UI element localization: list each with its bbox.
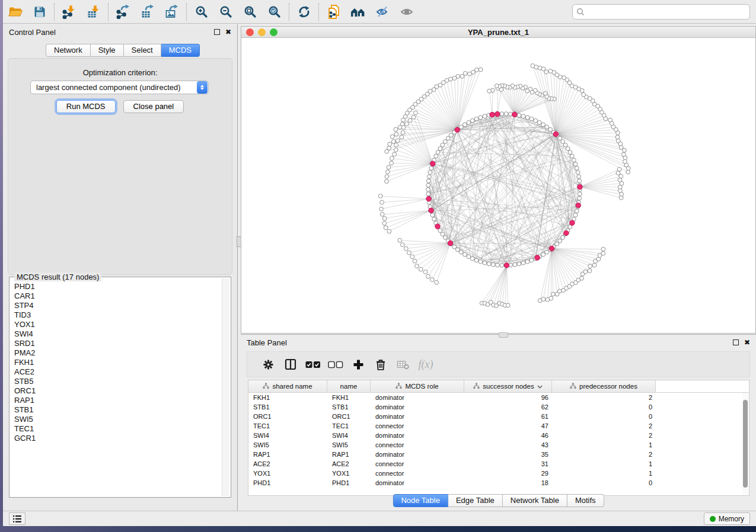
columns-icon[interactable]: [279, 354, 302, 375]
graph-node[interactable]: [545, 125, 549, 129]
mcds-node[interactable]: [430, 161, 435, 166]
graph-node[interactable]: [500, 264, 504, 268]
mcds-node[interactable]: [570, 220, 575, 225]
add-column-icon[interactable]: [347, 354, 369, 375]
table-cell[interactable]: 0: [552, 479, 656, 486]
tab-network[interactable]: Network: [46, 44, 91, 57]
table-cell[interactable]: connector: [371, 470, 464, 477]
zoom-selected-icon[interactable]: [262, 2, 286, 22]
graph-node[interactable]: [428, 175, 432, 179]
mcds-result-item[interactable]: TEC1: [14, 424, 218, 434]
mcds-result-item[interactable]: FKH1: [14, 358, 218, 367]
table-scrollbar[interactable]: [742, 393, 748, 495]
horizontal-splitter-handle[interactable]: [499, 332, 508, 338]
tab-style[interactable]: Style: [91, 44, 124, 57]
mcds-node[interactable]: [553, 132, 558, 136]
graph-leaf-node[interactable]: [407, 251, 411, 255]
graph-leaf-node[interactable]: [413, 259, 417, 263]
graph-leaf-node[interactable]: [452, 76, 457, 81]
graph-node[interactable]: [483, 114, 487, 118]
zoom-out-icon[interactable]: [213, 2, 238, 22]
float-table-panel-icon[interactable]: [733, 339, 739, 345]
graph-node[interactable]: [467, 120, 471, 124]
graph-node[interactable]: [541, 252, 546, 257]
table-row[interactable]: ORC1ORC1dominator610: [248, 412, 749, 421]
table-cell[interactable]: YOX1: [248, 470, 327, 477]
table-cell[interactable]: SWI4: [248, 432, 327, 439]
graph-leaf-node[interactable]: [401, 126, 406, 130]
zoom-fit-icon[interactable]: [238, 2, 262, 22]
graph-leaf-node[interactable]: [506, 303, 510, 307]
table-cell[interactable]: 2: [552, 451, 656, 458]
table-cell[interactable]: 1: [552, 470, 656, 477]
graph-leaf-node[interactable]: [378, 194, 382, 198]
graph-node[interactable]: [491, 262, 495, 267]
graph-node[interactable]: [452, 245, 457, 249]
graph-leaf-node[interactable]: [391, 139, 395, 143]
table-cell[interactable]: RAP1: [248, 451, 327, 458]
graph-leaf-node[interactable]: [495, 84, 499, 88]
graph-leaf-node[interactable]: [390, 156, 394, 161]
table-cell[interactable]: 1: [552, 441, 656, 448]
table-cell[interactable]: connector: [371, 441, 464, 448]
gear-icon[interactable]: [257, 354, 279, 375]
close-table-panel-icon[interactable]: ✖: [744, 339, 750, 345]
tab-edge-table[interactable]: Edge Table: [448, 494, 503, 507]
graph-leaf-node[interactable]: [385, 180, 389, 184]
graph-node[interactable]: [561, 236, 565, 240]
graph-node[interactable]: [441, 232, 445, 236]
graph-leaf-node[interactable]: [619, 174, 623, 178]
graph-node[interactable]: [572, 158, 576, 162]
graph-node[interactable]: [441, 143, 445, 147]
graph-leaf-node[interactable]: [487, 89, 492, 93]
table-cell[interactable]: dominator: [371, 451, 464, 458]
mcds-result-scrollbar[interactable]: [222, 278, 229, 496]
graph-node[interactable]: [568, 150, 572, 155]
mcds-result-item[interactable]: ORC1: [14, 386, 218, 396]
table-cell[interactable]: dominator: [371, 479, 464, 486]
table-cell[interactable]: SWI5: [327, 441, 371, 448]
graph-node[interactable]: [459, 250, 463, 254]
mcds-node[interactable]: [495, 111, 500, 116]
table-cell[interactable]: 35: [464, 451, 552, 458]
graph-node[interactable]: [517, 262, 521, 266]
graph-leaf-node[interactable]: [394, 143, 398, 147]
mcds-result-item[interactable]: SRD1: [14, 339, 218, 348]
import-network-icon[interactable]: [57, 2, 81, 22]
graph-node[interactable]: [474, 258, 479, 262]
graph-node[interactable]: [426, 192, 430, 196]
graph-node[interactable]: [548, 127, 553, 132]
mcds-node[interactable]: [435, 224, 440, 229]
table-cell[interactable]: connector: [371, 422, 464, 430]
mcds-result-item[interactable]: STP4: [14, 301, 218, 310]
graph-node[interactable]: [479, 259, 483, 264]
graph-leaf-node[interactable]: [618, 178, 622, 182]
eye-preview-icon[interactable]: [394, 2, 419, 22]
graph-node[interactable]: [470, 118, 474, 123]
graph-node[interactable]: [426, 188, 430, 192]
graph-node[interactable]: [578, 196, 582, 200]
graph-leaf-node[interactable]: [468, 72, 472, 76]
tab-motifs[interactable]: Motifs: [567, 494, 604, 507]
graph-node[interactable]: [513, 262, 517, 267]
network-graph[interactable]: [241, 38, 755, 333]
close-panel-icon[interactable]: ✖: [225, 29, 231, 35]
graph-leaf-node[interactable]: [557, 289, 562, 293]
export-network-icon[interactable]: [111, 2, 135, 22]
deselect-all-icon[interactable]: [324, 354, 347, 375]
graph-node[interactable]: [449, 133, 453, 137]
graph-node[interactable]: [525, 259, 529, 264]
graph-node[interactable]: [578, 192, 582, 196]
table-cell[interactable]: connector: [371, 460, 464, 467]
table-cell[interactable]: dominator: [371, 394, 464, 401]
import-table-icon[interactable]: [81, 2, 106, 22]
graph-leaf-node[interactable]: [548, 69, 553, 73]
run-mcds-button[interactable]: Run MCDS: [56, 100, 116, 113]
graph-leaf-node[interactable]: [400, 135, 404, 139]
column-header-name[interactable]: name: [327, 380, 371, 392]
graph-leaf-node[interactable]: [588, 269, 592, 273]
graph-leaf-node[interactable]: [401, 243, 405, 247]
graph-node[interactable]: [529, 258, 534, 262]
mcds-result-item[interactable]: YOX1: [14, 320, 218, 329]
graph-node[interactable]: [573, 162, 578, 166]
